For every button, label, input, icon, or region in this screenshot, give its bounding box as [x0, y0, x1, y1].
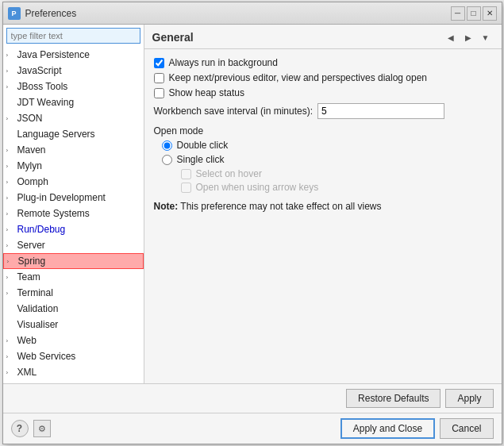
always-run-bg-row: Always run in background [154, 57, 492, 68]
nav-forward-button[interactable]: ▶ [460, 29, 476, 45]
window-controls: ─ □ ✕ [451, 6, 497, 21]
sidebar-item-label: JDT Weaving [17, 97, 75, 108]
nav-back-button[interactable]: ◀ [443, 29, 459, 45]
bottom-bar: Restore Defaults Apply ? ⚙ Apply and Clo… [3, 383, 502, 444]
titlebar: P Preferences ─ □ ✕ [3, 2, 502, 25]
double-click-label: Double click [177, 140, 229, 151]
sidebar-item-spring[interactable]: ›Spring [3, 253, 144, 269]
expand-arrow-icon: › [6, 290, 14, 297]
sidebar-item-label: Maven [17, 144, 46, 156]
expand-arrow-icon: › [6, 52, 14, 59]
action-row: ? ⚙ Apply and Close Cancel [3, 413, 502, 444]
sidebar-item-label: Plug-in Development [17, 192, 106, 203]
sidebar-item-jdt-weaving[interactable]: JDT Weaving [3, 94, 144, 110]
sidebar-item-label: Validation [17, 303, 59, 314]
expand-arrow-icon: › [6, 369, 14, 376]
sidebar-item-web-services[interactable]: ›Web Services [3, 348, 144, 364]
sidebar-item-team[interactable]: ›Team [3, 269, 144, 285]
sidebar-item-jboss-tools[interactable]: ›JBoss Tools [3, 79, 144, 94]
help-buttons: ? ⚙ [11, 420, 51, 437]
sidebar-item-label: Spring [18, 256, 46, 267]
sidebar-item-mylyn[interactable]: ›Mylyn [3, 158, 144, 174]
maximize-button[interactable]: □ [467, 6, 481, 21]
select-on-hover-label: Select on hover [196, 168, 262, 179]
sidebar-item-language-servers[interactable]: Language Servers [3, 126, 144, 142]
right-panel: General ◀ ▶ ▼ Always run in background K… [144, 25, 502, 383]
apply-close-button[interactable]: Apply and Close [340, 418, 435, 439]
sidebar-item-run-debug[interactable]: ›Run/Debug [3, 221, 144, 237]
help-button[interactable]: ? [11, 420, 29, 437]
open-arrow-keys-label: Open when using arrow keys [196, 182, 319, 193]
workbench-save-input[interactable] [317, 103, 444, 119]
note-bold: Note: [154, 201, 179, 212]
right-header: General ◀ ▶ ▼ [144, 25, 502, 49]
sidebar-item-label: Team [17, 271, 40, 283]
sidebar-item-maven[interactable]: ›Maven [3, 142, 144, 158]
keep-next-prev-row: Keep next/previous editor, view and pers… [154, 72, 492, 83]
sidebar-item-web[interactable]: ›Web [3, 333, 144, 348]
sidebar-item-json[interactable]: ›JSON [3, 110, 144, 126]
sidebar-item-label: Oomph [17, 176, 48, 187]
main-content: ›Java Persistence›JavaScript›JBoss Tools… [3, 25, 502, 383]
cancel-button[interactable]: Cancel [440, 418, 493, 439]
sidebar-item-javascript[interactable]: ›JavaScript [3, 63, 144, 79]
search-input[interactable] [6, 28, 140, 44]
sidebar-item-server[interactable]: ›Server [3, 237, 144, 253]
restore-defaults-button[interactable]: Restore Defaults [346, 389, 441, 408]
show-heap-label: Show heap status [169, 87, 244, 98]
nav-controls: ◀ ▶ ▼ [443, 29, 494, 45]
sidebar-item-plug-in-development[interactable]: ›Plug-in Development [3, 190, 144, 206]
workbench-save-label: Workbench save interval (in minutes): [154, 106, 314, 117]
single-click-radio[interactable] [162, 155, 172, 165]
workbench-save-row: Workbench save interval (in minutes): [154, 103, 492, 119]
sidebar-item-validation[interactable]: Validation [3, 301, 144, 317]
double-click-radio[interactable] [162, 140, 172, 151]
open-arrow-keys-checkbox[interactable] [181, 183, 191, 193]
show-heap-checkbox[interactable] [154, 88, 164, 98]
always-run-bg-checkbox[interactable] [154, 58, 164, 68]
select-on-hover-row: Select on hover [181, 168, 492, 179]
sidebar-item-visualiser[interactable]: Visualiser [3, 317, 144, 333]
sidebar-item-terminal[interactable]: ›Terminal [3, 285, 144, 301]
expand-arrow-icon: › [6, 163, 14, 170]
expand-arrow-icon: › [6, 242, 14, 249]
show-heap-row: Show heap status [154, 87, 492, 98]
minimize-button[interactable]: ─ [451, 6, 465, 21]
select-on-hover-checkbox[interactable] [181, 169, 191, 179]
expand-arrow-icon: › [6, 83, 14, 90]
expand-arrow-icon: › [6, 337, 14, 344]
single-click-label: Single click [177, 154, 225, 165]
expand-arrow-icon: › [6, 353, 14, 360]
app-icon-label: P [11, 10, 16, 17]
sidebar-item-label: Mylyn [17, 160, 42, 171]
double-click-row: Double click [162, 140, 492, 151]
left-panel: ›Java Persistence›JavaScript›JBoss Tools… [3, 25, 144, 383]
sidebar-item-java-persistence[interactable]: ›Java Persistence [3, 47, 144, 63]
section-title: General [152, 31, 194, 44]
sidebar-item-label: Web Services [17, 351, 76, 362]
nav-dropdown-button[interactable]: ▼ [478, 29, 494, 45]
sidebar-item-xml[interactable]: ›XML [3, 364, 144, 380]
expand-arrow-icon: › [6, 147, 14, 154]
close-button[interactable]: ✕ [483, 6, 497, 21]
keep-next-prev-checkbox[interactable] [154, 73, 164, 83]
apply-button[interactable]: Apply [445, 389, 493, 408]
expand-arrow-icon: › [6, 274, 14, 281]
note-text: Note: This preference may not take effec… [154, 201, 492, 212]
sidebar-item-oomph[interactable]: ›Oomph [3, 174, 144, 190]
sidebar-item-label: JSON [17, 113, 43, 124]
dialog-buttons: Apply and Close Cancel [340, 418, 494, 439]
expand-arrow-icon: › [6, 210, 14, 217]
sidebar-item-label: XML [17, 367, 37, 378]
preferences-dialog: P Preferences ─ □ ✕ ›Java Persistence›Ja… [2, 2, 502, 444]
settings-body: Always run in background Keep next/previ… [144, 49, 502, 383]
single-click-row: Single click [162, 154, 492, 165]
expand-arrow-icon: › [6, 115, 14, 122]
restore-apply-row: Restore Defaults Apply [3, 384, 502, 413]
sidebar-item-remote-systems[interactable]: ›Remote Systems [3, 206, 144, 221]
sidebar-item-label: Web [17, 335, 37, 346]
sidebar-item-label: JBoss Tools [17, 81, 68, 92]
sidebar-item-label: Remote Systems [17, 208, 90, 219]
preferences-settings-button[interactable]: ⚙ [33, 420, 51, 437]
expand-arrow-icon: › [6, 226, 14, 233]
